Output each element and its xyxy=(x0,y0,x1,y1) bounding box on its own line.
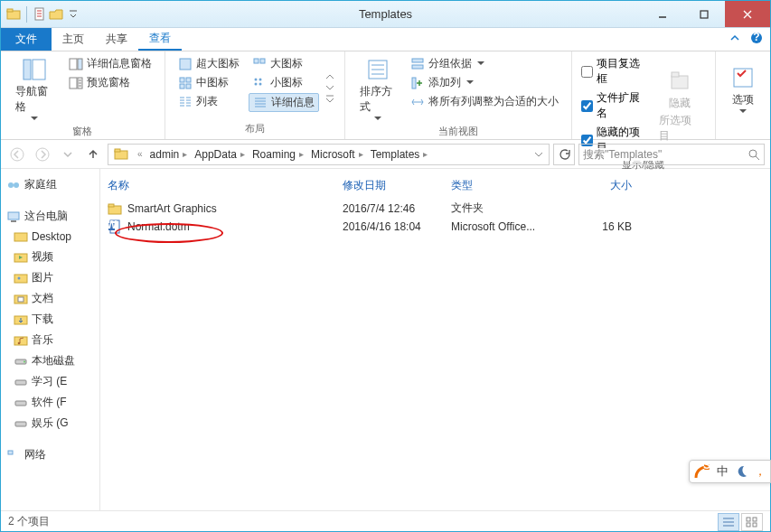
ribbon-collapse-icon[interactable] xyxy=(729,32,741,44)
fit-columns-button[interactable]: 将所有列调整为合适的大小 xyxy=(407,93,562,110)
breadcrumb[interactable]: « admin▸ AppData▸ Roaming▸ Microsoft▸ Te… xyxy=(108,144,550,165)
svg-rect-1 xyxy=(7,9,13,12)
sidebar-thispc[interactable]: 这台电脑 xyxy=(1,206,99,227)
sidebar-documents[interactable]: 文档 xyxy=(1,288,99,309)
col-name[interactable]: 名称 xyxy=(108,178,343,193)
nav-pane-button[interactable]: 导航窗格 xyxy=(10,55,60,123)
preview-pane-button[interactable]: 预览窗格 xyxy=(65,74,155,91)
sidebar-network[interactable]: 网络 xyxy=(1,444,99,465)
crumb-microsoft[interactable]: Microsoft▸ xyxy=(307,148,367,161)
layout-medium-button[interactable]: 中图标 xyxy=(174,74,243,91)
sidebar-videos[interactable]: 视频 xyxy=(1,247,99,267)
help-icon[interactable]: ? xyxy=(750,32,763,44)
refresh-button[interactable] xyxy=(553,144,575,165)
hide-selected-button[interactable]: 隐藏 所选项目 xyxy=(653,55,706,156)
ribbon-group-layout: 超大图标 中图标 列表 大图标 小图标 详细信息 布局 xyxy=(165,51,345,139)
layout-details-button[interactable]: 详细信息 xyxy=(249,93,319,112)
col-date[interactable]: 修改日期 xyxy=(343,178,451,193)
svg-rect-3 xyxy=(700,11,708,18)
sidebar-desktop[interactable]: Desktop xyxy=(1,227,99,247)
sidebar-pictures[interactable]: 图片 xyxy=(1,267,99,288)
col-type[interactable]: 类型 xyxy=(451,178,559,193)
ribbon-group-options: 选项 xyxy=(716,51,770,139)
search-box[interactable] xyxy=(578,144,765,165)
close-button[interactable] xyxy=(725,1,770,27)
layout-scroll-down[interactable] xyxy=(324,83,335,92)
svg-rect-12 xyxy=(180,59,191,70)
svg-rect-61 xyxy=(753,518,757,521)
svg-rect-28 xyxy=(672,72,679,77)
layout-list-button[interactable]: 列表 xyxy=(174,93,243,110)
svg-rect-27 xyxy=(672,76,688,89)
back-button[interactable] xyxy=(6,144,28,165)
tab-home[interactable]: 主页 xyxy=(52,28,95,51)
options-button[interactable]: 选项 xyxy=(725,55,761,123)
svg-rect-16 xyxy=(186,84,191,89)
address-dropdown[interactable] xyxy=(531,150,547,159)
crumb-roaming[interactable]: Roaming▸ xyxy=(249,148,307,161)
layout-scroll-up[interactable] xyxy=(324,72,335,81)
svg-rect-10 xyxy=(70,78,77,89)
word-template-icon: W xyxy=(108,219,122,234)
svg-point-49 xyxy=(24,360,25,362)
svg-point-31 xyxy=(36,148,49,161)
view-details-button[interactable] xyxy=(718,513,739,531)
search-icon[interactable] xyxy=(747,148,760,161)
tab-share[interactable]: 共享 xyxy=(95,28,138,51)
crumb-admin[interactable]: admin▸ xyxy=(146,148,192,161)
sidebar-drive-study[interactable]: 学习 (E xyxy=(1,371,99,392)
svg-point-22 xyxy=(259,82,261,85)
crumb-templates[interactable]: Templates▸ xyxy=(367,148,432,161)
up-button[interactable] xyxy=(82,144,104,165)
column-headers[interactable]: 名称 修改日期 类型 大小 xyxy=(108,173,770,199)
chk-file-ext[interactable]: 文件扩展名 xyxy=(581,89,648,122)
history-dropdown[interactable] xyxy=(57,144,79,165)
folder-open-icon[interactable] xyxy=(49,7,63,22)
ime-moon-icon xyxy=(734,464,748,479)
svg-rect-7 xyxy=(33,60,45,79)
maximize-button[interactable] xyxy=(683,1,725,27)
list-item[interactable]: WNormal.dotm 2016/4/16 18:04 Microsoft O… xyxy=(108,218,770,236)
ribbon: 导航窗格 详细信息窗格 预览窗格 窗格 超大图标 中图标 列表 大图标 小图标 … xyxy=(1,51,770,140)
svg-rect-44 xyxy=(18,297,24,302)
sidebar-music[interactable]: 音乐 xyxy=(1,330,99,350)
sidebar-drive-ent[interactable]: 娱乐 (G xyxy=(1,413,99,434)
layout-small-button[interactable]: 小图标 xyxy=(249,74,319,91)
svg-point-30 xyxy=(11,148,24,161)
folder-icon xyxy=(108,201,122,216)
svg-rect-18 xyxy=(260,59,265,63)
forward-button[interactable] xyxy=(32,144,53,165)
sidebar-drive-soft[interactable]: 软件 (F xyxy=(1,392,99,413)
list-item[interactable]: SmartArt Graphics 2016/7/4 12:46 文件夹 xyxy=(108,199,770,218)
chk-item-checkboxes[interactable]: 项目复选框 xyxy=(581,55,648,88)
col-size[interactable]: 大小 xyxy=(559,178,632,193)
minimize-button[interactable] xyxy=(642,1,683,27)
group-by-button[interactable]: 分组依据 xyxy=(407,55,562,72)
svg-point-20 xyxy=(259,78,261,80)
layout-large-button[interactable]: 大图标 xyxy=(249,55,319,72)
main-area: 家庭组 这台电脑 Desktop 视频 图片 文档 下载 音乐 本地磁盘 学习 … xyxy=(1,169,770,510)
sort-button[interactable]: 排序方式 xyxy=(354,55,401,123)
sidebar-localdisk[interactable]: 本地磁盘 xyxy=(1,350,99,371)
new-doc-icon[interactable] xyxy=(33,7,47,22)
svg-point-42 xyxy=(18,276,21,279)
tab-view[interactable]: 查看 xyxy=(138,28,182,51)
titlebar: Templates xyxy=(1,1,770,28)
tab-file[interactable]: 文件 xyxy=(1,28,52,51)
details-pane-button[interactable]: 详细信息窗格 xyxy=(65,55,155,72)
layout-expand[interactable] xyxy=(324,94,335,103)
sidebar-homegroup[interactable]: 家庭组 xyxy=(1,174,99,195)
search-input[interactable] xyxy=(583,148,747,161)
ribbon-group-current-view: 排序方式 分组依据 添加列 将所有列调整为合适的大小 当前视图 xyxy=(345,51,572,139)
add-columns-button[interactable]: 添加列 xyxy=(407,74,562,91)
ime-indicator[interactable]: S 中 ， xyxy=(689,460,771,483)
sidebar-downloads[interactable]: 下载 xyxy=(1,309,99,330)
crumb-appdata[interactable]: AppData▸ xyxy=(191,148,249,161)
view-icons-button[interactable] xyxy=(741,513,763,531)
qat-dropdown[interactable] xyxy=(65,10,81,19)
layout-xl-button[interactable]: 超大图标 xyxy=(174,55,243,72)
svg-point-36 xyxy=(14,182,19,188)
svg-rect-24 xyxy=(412,59,423,62)
svg-point-19 xyxy=(254,78,257,80)
quick-access-toolbar xyxy=(1,6,81,23)
